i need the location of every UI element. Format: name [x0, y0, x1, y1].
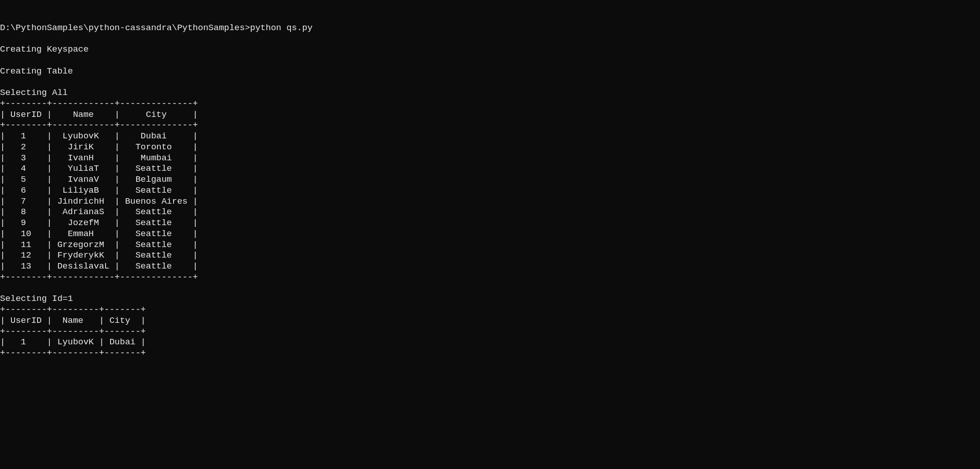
status-line: Creating Table	[0, 66, 980, 77]
table-row: | 4 | YuliaT | Seattle |	[0, 163, 980, 174]
terminal-output: D:\PythonSamples\python-cassandra\Python…	[0, 23, 980, 359]
status-line: Selecting Id=1	[0, 294, 980, 305]
table-row: | 1 | LyubovK | Dubai |	[0, 131, 980, 142]
blank-line	[0, 77, 980, 88]
table-row: | 2 | JiriK | Toronto |	[0, 142, 980, 153]
table-row: | 3 | IvanH | Mumbai |	[0, 153, 980, 164]
table-row: | UserID | Name | City |	[0, 110, 980, 121]
table-row: | UserID | Name | City |	[0, 316, 980, 327]
table-row: | 7 | JindrichH | Buenos Aires |	[0, 196, 980, 207]
table-separator: +--------+---------+-------+	[0, 305, 980, 316]
table-separator: +--------+------------+--------------+	[0, 99, 980, 110]
blank-line	[0, 55, 980, 66]
command-prompt-line: D:\PythonSamples\python-cassandra\Python…	[0, 23, 980, 34]
table-row: | 12 | FryderykK | Seattle |	[0, 250, 980, 261]
table-row: | 9 | JozefM | Seattle |	[0, 218, 980, 229]
blank-line	[0, 283, 980, 294]
table-separator: +--------+---------+-------+	[0, 348, 980, 359]
table-row: | 5 | IvanaV | Belgaum |	[0, 174, 980, 185]
table-row: | 1 | LyubovK | Dubai |	[0, 337, 980, 348]
table-separator: +--------+------------+--------------+	[0, 272, 980, 283]
table-row: | 10 | EmmaH | Seattle |	[0, 229, 980, 240]
table-separator: +--------+---------+-------+	[0, 327, 980, 337]
table-row: | 11 | GrzegorzM | Seattle |	[0, 240, 980, 251]
blank-line	[0, 33, 980, 44]
status-line: Selecting All	[0, 88, 980, 99]
table-separator: +--------+------------+--------------+	[0, 120, 980, 131]
table-row: | 6 | LiliyaB | Seattle |	[0, 185, 980, 196]
table-row: | 8 | AdrianaS | Seattle |	[0, 207, 980, 218]
table-row: | 13 | DesislavaL | Seattle |	[0, 261, 980, 272]
status-line: Creating Keyspace	[0, 44, 980, 55]
